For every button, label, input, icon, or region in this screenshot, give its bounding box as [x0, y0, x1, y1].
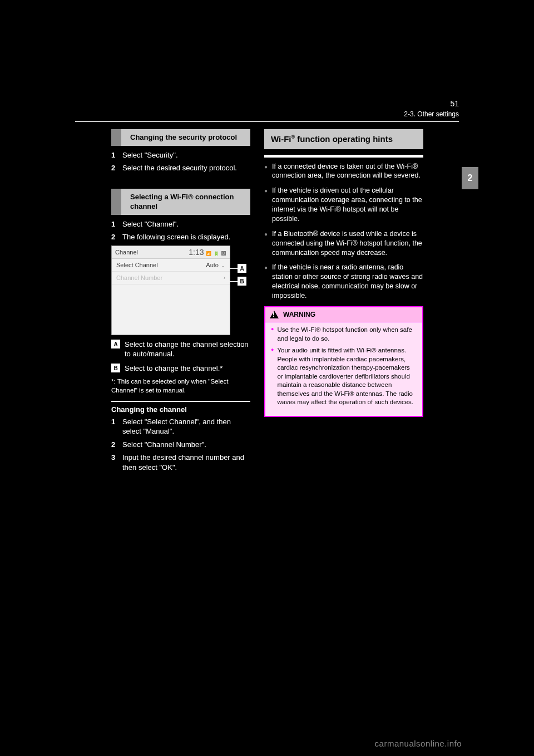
step: 1 Select "Select Channel", and then sele…: [111, 417, 250, 436]
screenshot-title: Channel: [115, 249, 138, 256]
watermark: carmanualsonline.info: [375, 739, 462, 748]
callout-badge-a: A: [238, 264, 246, 273]
bullet-text: If the vehicle is driven out of the cell…: [272, 186, 423, 224]
status-icons: 📶 🔋 🅱: [206, 251, 226, 256]
callout-line: [230, 268, 238, 269]
screenshot-time: 1:13: [189, 248, 204, 257]
step: 3 Input the desired channel number and t…: [111, 453, 250, 472]
warning-box: WARNING Use the Wi-Fi® hotspot function …: [264, 306, 423, 417]
bullet-icon: [264, 186, 268, 224]
chevron-right-icon: ›: [224, 275, 225, 281]
step-text: Input the desired channel number and the…: [122, 453, 250, 472]
step-number: 1: [111, 417, 118, 436]
step-text: The following screen is displayed.: [122, 232, 250, 242]
bullet-item: If a connected device is taken out of th…: [264, 162, 423, 181]
step-text: Select "Channel Number".: [122, 440, 250, 450]
bullet-text: If a connected device is taken out of th…: [272, 162, 423, 181]
section-heading-security: Changing the security protocol: [111, 129, 250, 146]
bullet-icon: [264, 263, 268, 301]
row-value: Auto⌄: [206, 262, 225, 268]
step: 1 Select "Security".: [111, 150, 250, 160]
bullet-item: If a Bluetooth® device is used while a d…: [264, 229, 423, 258]
row-label: Select Channel: [116, 262, 158, 268]
section-heading-label: Changing the security protocol: [130, 133, 237, 141]
chapter-reference: 2-3. Other settings: [404, 110, 459, 118]
chevron-down-icon: ⌄: [221, 263, 225, 268]
section-tab-icon: [111, 129, 121, 146]
legend-badge-a: A: [111, 340, 120, 348]
screenshot-row-channel-number: Channel Number ›: [112, 272, 230, 284]
section-heading-label: Selecting a Wi-Fi® connection channel: [130, 193, 234, 211]
step-number: 2: [111, 440, 118, 450]
step-number: 2: [111, 163, 118, 173]
bullet-icon: [264, 162, 268, 181]
warning-title: WARNING: [283, 310, 315, 319]
step-number: 1: [111, 219, 118, 229]
right-column: Wi-Fi® function operating hints If a con…: [264, 129, 423, 417]
row-label: Channel Number: [116, 274, 162, 281]
bullet-text: If a Bluetooth® device is used while a d…: [272, 229, 423, 258]
left-column: Changing the security protocol 1 Select …: [111, 129, 250, 475]
callout-badge-b: B: [238, 277, 246, 286]
wifi-hints-heading: Wi-Fi® function operating hints: [264, 129, 423, 149]
legend-text: Select to change the channel selection t…: [125, 340, 250, 359]
warning-bullet: Use the Wi-Fi® hotspot function only whe…: [271, 326, 417, 343]
section-heading-channel: Selecting a Wi-Fi® connection channel: [111, 189, 250, 215]
step-number: 3: [111, 453, 118, 472]
bullet-text: If the vehicle is near a radio antenna, …: [272, 263, 423, 301]
step-text: Select the desired security protocol.: [122, 163, 250, 173]
screenshot-channel-screen: Channel 1:13 📶 🔋 🅱 Select Channel Auto⌄ …: [111, 246, 230, 335]
subheading-changing-channel: Changing the channel: [111, 401, 250, 414]
screenshot-titlebar: Channel 1:13 📶 🔋 🅱: [112, 246, 230, 259]
step-text: Select "Select Channel", and then select…: [122, 417, 250, 436]
warning-header: WARNING: [265, 307, 422, 322]
screenshot-row-select-channel[interactable]: Select Channel Auto⌄: [112, 259, 230, 272]
step: 2 Select the desired security protocol.: [111, 163, 250, 173]
step: 1 Select "Channel".: [111, 219, 250, 229]
legend-item: A Select to change the channel selection…: [111, 340, 250, 359]
page-number: 51: [450, 99, 459, 108]
bullet-icon: [264, 229, 268, 258]
step-number: 1: [111, 150, 118, 160]
legend-text: Select to change the channel.*: [125, 364, 250, 374]
screenshot-clock: 1:13 📶 🔋 🅱: [189, 248, 226, 257]
heading-text-suffix: function operating hints: [295, 134, 393, 144]
warning-icon: [270, 311, 279, 318]
header-rule: [75, 121, 459, 122]
step-number: 2: [111, 232, 118, 242]
chapter-side-tab: 2: [462, 167, 478, 189]
warning-body: Use the Wi-Fi® hotspot function only whe…: [265, 322, 422, 416]
section-tab-icon: [111, 189, 121, 215]
screenshot-blank-area: [112, 284, 230, 335]
warning-bullet-text: Use the Wi-Fi® hotspot function only whe…: [277, 326, 417, 343]
thick-rule: [264, 155, 423, 158]
step-text: Select "Channel".: [122, 219, 250, 229]
step: 2 The following screen is displayed.: [111, 232, 250, 242]
step-text: Select "Security".: [122, 150, 250, 160]
heading-text-prefix: Wi-Fi: [271, 134, 291, 144]
callout-line: [230, 281, 238, 282]
legend-item: B Select to change the channel.*: [111, 364, 250, 374]
bullet-item: If the vehicle is driven out of the cell…: [264, 186, 423, 224]
legend-badge-b: B: [111, 364, 120, 372]
warning-bullet-text: Your audio unit is fitted with Wi-Fi® an…: [277, 346, 417, 407]
bullet-item: If the vehicle is near a radio antenna, …: [264, 263, 423, 301]
step: 2 Select "Channel Number".: [111, 440, 250, 450]
warning-bullet: Your audio unit is fitted with Wi-Fi® an…: [271, 346, 417, 407]
footnote: *: This can be selected only when "Selec…: [111, 377, 250, 395]
